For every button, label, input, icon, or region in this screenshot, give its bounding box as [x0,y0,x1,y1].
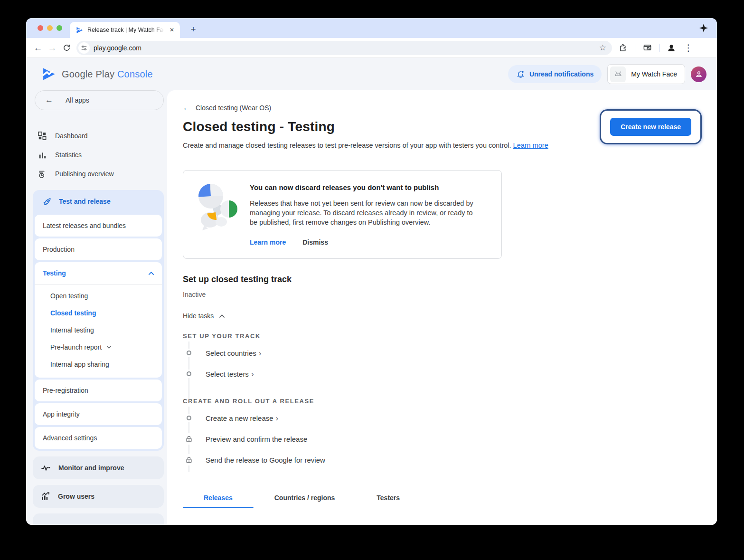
hide-tasks-label: Hide tasks [183,312,214,320]
sidebar-item-testing[interactable]: Testing [35,262,162,284]
bell-icon [516,70,525,79]
play-console-favicon [75,26,84,34]
task-circle-icon [183,349,195,357]
tab-search-icon[interactable] [640,41,654,55]
monitor-icon [41,463,51,473]
app-selector[interactable]: My Watch Face [607,64,685,84]
sidebar-item-label: Closed testing [50,309,96,317]
task-send-for-review: Send the release to Google for review [183,449,706,470]
menu-dots-icon[interactable]: ⋮ [681,41,696,55]
sidebar-card-pre-registration[interactable]: Pre-registration [35,380,162,401]
sidebar-item-label: Latest releases and bundles [43,222,126,229]
sidebar-item-internal-testing[interactable]: Internal testing [35,322,162,339]
task-circle-icon [183,370,195,378]
play-console-logo[interactable]: Google Play Console [42,67,153,81]
sidebar-item-publishing-overview[interactable]: Publishing overview [26,164,167,183]
bookmark-star-icon[interactable]: ☆ [599,43,609,53]
android-icon [610,66,626,82]
sidebar-item-label: Grow users [58,493,94,500]
window-controls [38,25,62,31]
back-icon[interactable]: ← [31,41,45,55]
reload-icon[interactable] [59,41,74,55]
sidebar-item-grow-users[interactable]: Grow users [33,485,164,508]
rocket-icon [42,197,52,206]
sidebar-card-testing: Testing Open testing Closed testing [35,262,162,378]
sidebar-item-label: Pre-launch report [50,343,102,351]
lock-icon [183,454,195,465]
subtitle-learn-more-link[interactable]: Learn more [513,142,548,149]
maximize-window-button[interactable] [57,25,62,31]
notice-dismiss-button[interactable]: Dismiss [302,238,328,246]
sidebar-item-label: Pre-registration [43,387,88,394]
new-tab-button[interactable]: + [187,23,200,36]
url-text[interactable]: play.google.com [94,44,595,52]
sidebar-card-advanced-settings[interactable]: Advanced settings [35,427,162,449]
close-window-button[interactable] [38,25,43,31]
tab-releases[interactable]: Releases [183,488,254,508]
statistics-icon [38,151,47,159]
content-row: ← All apps Dashboard Statistics [26,90,717,525]
sidebar-card-latest-releases[interactable]: Latest releases and bundles [35,215,162,237]
tab-countries-regions[interactable]: Countries / regions [254,488,356,508]
site-settings-icon[interactable] [78,42,90,54]
dashboard-icon [38,132,47,140]
toolbar-right: ⋮ [616,41,696,55]
breadcrumb-label: Closed testing (Wear OS) [196,104,271,112]
sparkle-icon[interactable] [698,22,709,34]
setup-group2-tasks: Create a new release› Preview and confir… [183,408,706,470]
sidebar-item-partial[interactable] [33,513,164,525]
breadcrumb-back-icon[interactable]: ← [183,104,190,112]
hide-tasks-toggle[interactable]: Hide tasks [183,312,706,320]
sidebar-card-app-integrity[interactable]: App integrity [35,403,162,425]
sidebar-item-monitor-and-improve[interactable]: Monitor and improve [33,456,164,479]
tab-title: Release track | My Watch Fac [87,27,164,33]
sidebar-item-label: Dashboard [55,132,88,140]
all-apps-label: All apps [66,96,89,104]
task-select-countries[interactable]: Select countries› [183,342,706,363]
browser-profile-avatar[interactable] [664,41,678,55]
browser-tab[interactable]: Release track | My Watch Fac ✕ [70,22,180,38]
sidebar-item-statistics[interactable]: Statistics [26,145,167,164]
account-avatar[interactable] [691,66,706,82]
sidebar-item-internal-app-sharing[interactable]: Internal app sharing [35,356,162,373]
publishing-overview-icon [38,170,47,179]
sidebar-item-label: Statistics [55,151,82,159]
chevron-down-icon [106,345,112,349]
setup-group1-tasks: Select countries› Select testers› [183,342,706,398]
sidebar-item-label: Open testing [50,292,88,300]
sidebar-item-pre-launch-report[interactable]: Pre-launch report [35,339,162,356]
sidebar-item-label: App integrity [43,410,80,418]
sidebar-item-dashboard[interactable]: Dashboard [26,126,167,145]
sidebar-item-test-and-release[interactable]: Test and release [35,190,162,213]
grow-users-icon [41,492,50,501]
releases-heading: Releases [183,523,706,525]
sidebar-card-production[interactable]: Production [35,238,162,260]
logo-console: Console [117,69,153,79]
sidebar-item-label: Internal testing [50,326,94,334]
play-console-logo-icon [42,67,56,81]
unread-notifications-button[interactable]: Unread notifications [508,65,602,83]
close-tab-icon[interactable]: ✕ [168,26,176,34]
test-and-release-group: Test and release Latest releases and bun… [33,190,164,451]
logo-text: Google Play Console [62,69,153,80]
notice-learn-more-link[interactable]: Learn more [250,238,286,246]
setup-group2-title: CREATE AND ROLL OUT A RELEASE [183,398,706,405]
notice-text: You can now discard releases you don't w… [250,183,490,246]
task-select-testers[interactable]: Select testers› [183,363,706,384]
sidebar-item-label: Publishing overview [55,170,114,178]
extensions-icon[interactable] [616,41,630,55]
sidebar-item-label: Test and release [59,198,111,205]
all-apps-button[interactable]: ← All apps [35,90,164,110]
create-new-release-button[interactable]: Create new release [610,118,691,136]
task-label: Select testers [206,370,249,378]
tab-testers[interactable]: Testers [356,488,421,508]
minimize-window-button[interactable] [47,25,53,31]
task-create-new-release[interactable]: Create a new release› [183,408,706,428]
address-bar[interactable]: play.google.com ☆ [76,41,612,55]
sidebar-item-open-testing[interactable]: Open testing [35,287,162,304]
toolbar-divider [635,44,635,52]
testing-sub-list: Open testing Closed testing Internal tes… [35,284,162,378]
sidebar-item-closed-testing[interactable]: Closed testing [35,304,162,322]
setup-track-title: Set up closed testing track [183,275,706,285]
forward-icon[interactable]: → [45,41,59,55]
